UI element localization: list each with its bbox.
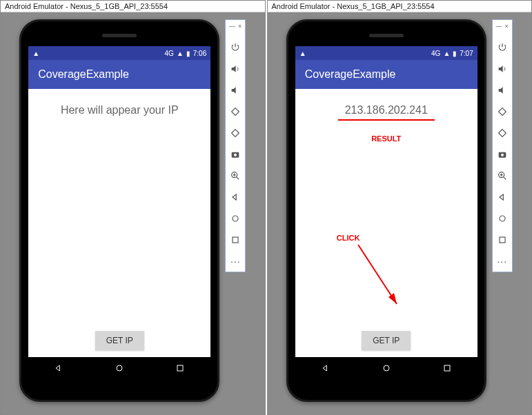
svg-point-9 <box>384 365 389 371</box>
signal-icon: ▲ <box>177 50 184 57</box>
svg-marker-8 <box>388 293 397 304</box>
svg-point-12 <box>501 154 504 156</box>
status-bar: ▲ 4G ▲ ▮ 7:07 <box>295 46 477 60</box>
rotate-left-icon[interactable] <box>229 105 242 118</box>
nav-back-icon[interactable] <box>320 363 331 376</box>
phone-screen[interactable]: ▲ 4G ▲ ▮ 7:07 CoverageExample 213.186.20… <box>295 46 477 357</box>
result-underline <box>338 119 435 121</box>
nav-recent-icon[interactable] <box>442 363 453 376</box>
overview-icon[interactable] <box>496 234 509 246</box>
svg-rect-1 <box>177 365 183 371</box>
overview-icon[interactable] <box>229 234 242 246</box>
status-time: 7:06 <box>193 50 206 57</box>
phone-screen[interactable]: ▲ 4G ▲ ▮ 7:06 CoverageExample Here will … <box>28 46 210 357</box>
home-icon[interactable] <box>229 212 242 225</box>
annotation-click: CLICK <box>337 234 360 242</box>
close-button[interactable]: × <box>505 23 509 30</box>
camera-icon[interactable] <box>229 148 242 161</box>
battery-icon: ▮ <box>453 50 457 57</box>
phone-bottom <box>21 382 217 400</box>
more-icon[interactable]: ··· <box>229 255 242 267</box>
workspace-right: ▲ 4G ▲ ▮ 7:07 CoverageExample 213.186.20… <box>268 12 532 414</box>
speaker <box>102 34 137 37</box>
status-bar: ▲ 4G ▲ ▮ 7:06 <box>28 46 210 60</box>
zoom-icon[interactable] <box>496 170 509 182</box>
speaker <box>369 34 404 37</box>
get-ip-button[interactable]: GET IP <box>95 331 144 350</box>
svg-rect-15 <box>500 237 505 243</box>
close-button[interactable]: × <box>238 23 242 30</box>
signal-label: 4G <box>165 50 174 57</box>
power-icon[interactable] <box>229 41 242 54</box>
back-icon[interactable] <box>229 191 242 203</box>
emulator-pane-right: Android Emulator - Nexus_5_1GB_API_23:55… <box>267 0 533 415</box>
volume-up-icon[interactable] <box>229 63 242 75</box>
nav-home-icon[interactable] <box>114 363 125 376</box>
emulator-pane-left: Android Emulator - Nexus_5_1GB_API_23:55… <box>0 0 266 415</box>
ip-text: Here will appear your IP <box>61 104 179 117</box>
arrow-icon <box>354 241 409 316</box>
app-content: 213.186.202.241 RESULT CLICK GET IP <box>295 89 477 357</box>
minimize-button[interactable]: — <box>229 23 235 30</box>
minimize-button[interactable]: — <box>496 23 502 30</box>
home-icon[interactable] <box>496 212 509 225</box>
app-bar: CoverageExample <box>28 60 210 89</box>
emulator-toolbar: — × ··· <box>492 19 513 272</box>
svg-point-14 <box>500 216 505 221</box>
back-icon[interactable] <box>496 191 509 203</box>
nav-bar <box>28 357 210 382</box>
warning-icon: ▲ <box>32 50 39 57</box>
zoom-icon[interactable] <box>229 170 242 182</box>
phone-top <box>21 21 217 46</box>
nav-back-icon[interactable] <box>53 363 64 376</box>
app-content: Here will appear your IP GET IP <box>28 89 210 357</box>
status-time: 7:07 <box>460 50 473 57</box>
battery-icon: ▮ <box>186 50 190 57</box>
svg-rect-10 <box>444 365 450 371</box>
nav-recent-icon[interactable] <box>175 363 186 376</box>
svg-rect-6 <box>233 237 238 243</box>
nav-bar <box>295 357 477 382</box>
more-icon[interactable]: ··· <box>496 255 509 267</box>
svg-line-7 <box>358 245 397 304</box>
signal-icon: ▲ <box>443 50 450 57</box>
window-title: Android Emulator - Nexus_5_1GB_API_23:55… <box>268 1 532 12</box>
ip-text: 213.186.202.241 <box>345 104 428 117</box>
phone-frame: ▲ 4G ▲ ▮ 7:06 CoverageExample Here will … <box>19 19 219 402</box>
workspace-left: ▲ 4G ▲ ▮ 7:06 CoverageExample Here will … <box>1 12 265 414</box>
phone-frame: ▲ 4G ▲ ▮ 7:07 CoverageExample 213.186.20… <box>286 19 486 402</box>
volume-down-icon[interactable] <box>229 84 242 97</box>
emulator-toolbar: — × ··· <box>225 19 246 272</box>
phone-bottom <box>288 382 484 400</box>
warning-icon: ▲ <box>299 50 306 57</box>
rotate-right-icon[interactable] <box>229 127 242 139</box>
volume-up-icon[interactable] <box>496 63 509 75</box>
nav-home-icon[interactable] <box>381 363 392 376</box>
window-title: Android Emulator - Nexus_5_1GB_API_23:55… <box>1 1 265 12</box>
rotate-left-icon[interactable] <box>496 105 509 118</box>
signal-label: 4G <box>431 50 440 57</box>
svg-point-3 <box>234 154 237 156</box>
svg-point-0 <box>117 365 122 371</box>
phone-top <box>288 21 484 46</box>
app-title: CoverageExample <box>38 68 129 81</box>
app-title: CoverageExample <box>305 68 396 81</box>
power-icon[interactable] <box>496 41 509 54</box>
annotation-result: RESULT <box>371 134 401 143</box>
get-ip-button[interactable]: GET IP <box>362 331 411 350</box>
svg-point-5 <box>233 216 238 221</box>
app-bar: CoverageExample <box>295 60 477 89</box>
camera-icon[interactable] <box>496 148 509 161</box>
volume-down-icon[interactable] <box>496 84 509 97</box>
rotate-right-icon[interactable] <box>496 127 509 139</box>
